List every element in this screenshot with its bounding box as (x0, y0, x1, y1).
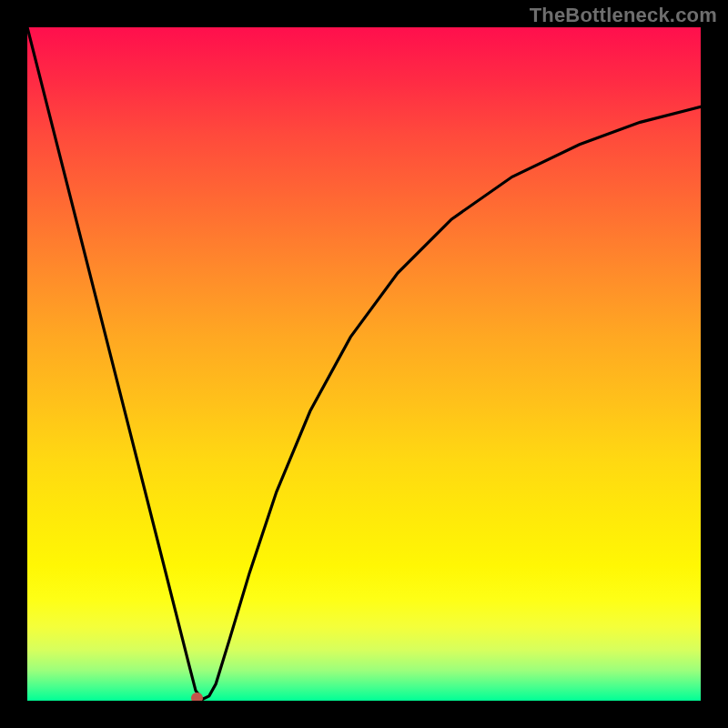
curve-path (27, 27, 701, 700)
chart-frame: TheBottleneck.com (0, 0, 728, 728)
curve-svg (27, 27, 701, 701)
min-marker-dot (191, 693, 203, 701)
plot-area (27, 27, 701, 701)
watermark-text: TheBottleneck.com (530, 4, 717, 27)
